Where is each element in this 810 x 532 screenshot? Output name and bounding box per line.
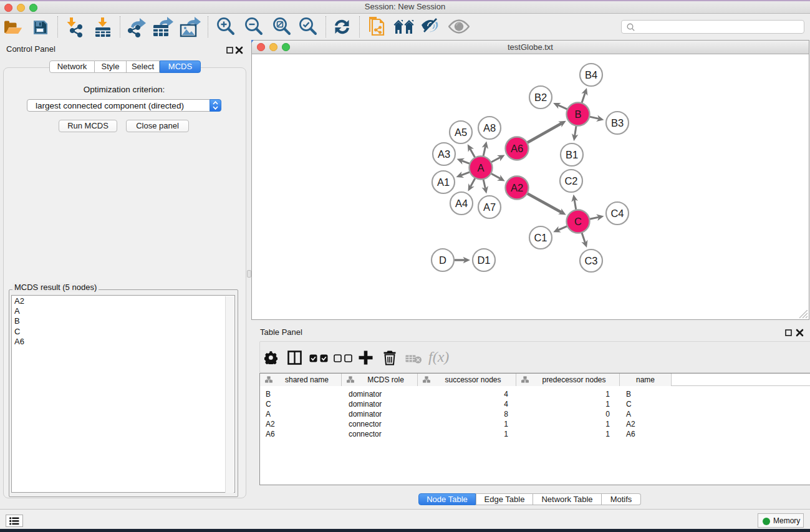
svg-text:B2: B2 <box>534 92 547 103</box>
svg-text:A: A <box>477 162 484 173</box>
svg-text:D1: D1 <box>477 254 490 266</box>
svg-text:C3: C3 <box>584 255 597 266</box>
svg-text:C: C <box>574 216 582 227</box>
svg-text:B: B <box>574 109 581 120</box>
svg-text:A8: A8 <box>483 122 496 133</box>
svg-text:A5: A5 <box>455 127 467 138</box>
svg-text:C2: C2 <box>564 175 577 186</box>
svg-text:B4: B4 <box>585 69 597 80</box>
svg-text:A2: A2 <box>511 182 523 193</box>
svg-text:A7: A7 <box>483 201 496 213</box>
svg-text:A3: A3 <box>438 148 450 160</box>
svg-text:C4: C4 <box>610 208 624 219</box>
svg-text:D: D <box>439 254 446 266</box>
svg-text:B3: B3 <box>611 117 624 128</box>
svg-text:A4: A4 <box>455 198 468 209</box>
svg-text:A1: A1 <box>437 177 450 188</box>
svg-text:A6: A6 <box>511 143 523 154</box>
svg-text:C1: C1 <box>534 232 547 243</box>
svg-text:B1: B1 <box>566 149 578 160</box>
